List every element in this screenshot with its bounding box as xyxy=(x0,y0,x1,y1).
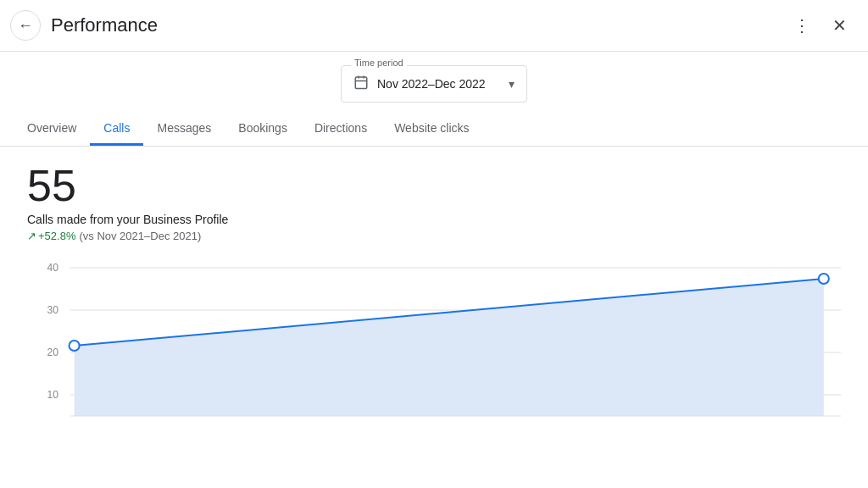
tab-overview[interactable]: Overview xyxy=(14,113,90,146)
time-period-section: Time period Nov 2022–Dec 2022 ▾ xyxy=(0,52,868,113)
header: ← Performance ⋮ ✕ xyxy=(0,0,868,52)
trend-up-icon: ↗ xyxy=(27,230,36,242)
time-period-select[interactable]: Nov 2022–Dec 2022 ▾ xyxy=(341,65,527,103)
chart-svg: 40 30 20 10 xyxy=(27,256,841,425)
change-positive: ↗ +52.8% xyxy=(27,230,75,242)
time-period-value: Nov 2022–Dec 2022 xyxy=(377,77,500,91)
chart-container: 40 30 20 10 xyxy=(27,256,841,488)
tab-bookings[interactable]: Bookings xyxy=(225,113,301,146)
tab-calls[interactable]: Calls xyxy=(90,113,143,146)
metric-change: ↗ +52.8% (vs Nov 2021–Dec 2021) xyxy=(27,230,841,242)
page-title: Performance xyxy=(51,14,158,36)
time-period-label: Time period xyxy=(351,58,407,68)
tab-directions[interactable]: Directions xyxy=(301,113,381,146)
svg-rect-0 xyxy=(355,77,367,89)
y-label-40: 40 xyxy=(47,262,59,274)
y-label-30: 30 xyxy=(47,304,59,316)
change-pct: +52.8% xyxy=(38,230,75,242)
header-right: ⋮ ✕ xyxy=(787,10,854,41)
content-area: 55 Calls made from your Business Profile… xyxy=(0,147,868,488)
app-container: ← Performance ⋮ ✕ Time period xyxy=(0,0,868,488)
back-button[interactable]: ← xyxy=(10,10,41,41)
dropdown-arrow-icon: ▾ xyxy=(509,77,515,91)
chart-end-dot xyxy=(819,274,829,284)
metric-label: Calls made from your Business Profile xyxy=(27,213,841,226)
more-icon: ⋮ xyxy=(793,15,810,36)
y-label-20: 20 xyxy=(47,347,59,358)
calendar-icon xyxy=(353,75,369,93)
change-vs: (vs Nov 2021–Dec 2021) xyxy=(79,230,201,242)
chart-area xyxy=(75,279,824,416)
metric-value: 55 xyxy=(27,164,841,208)
header-left: ← Performance xyxy=(10,10,158,41)
back-icon: ← xyxy=(18,17,33,35)
tabs-container: Overview Calls Messages Bookings Directi… xyxy=(0,113,868,147)
y-label-10: 10 xyxy=(47,389,59,401)
tab-messages[interactable]: Messages xyxy=(143,113,225,146)
tab-website-clicks[interactable]: Website clicks xyxy=(381,113,482,146)
more-options-button[interactable]: ⋮ xyxy=(787,10,817,41)
time-period-wrapper: Time period Nov 2022–Dec 2022 ▾ xyxy=(341,65,527,103)
chart-start-dot xyxy=(70,341,80,351)
close-button[interactable]: ✕ xyxy=(824,10,854,41)
close-icon: ✕ xyxy=(832,15,847,36)
